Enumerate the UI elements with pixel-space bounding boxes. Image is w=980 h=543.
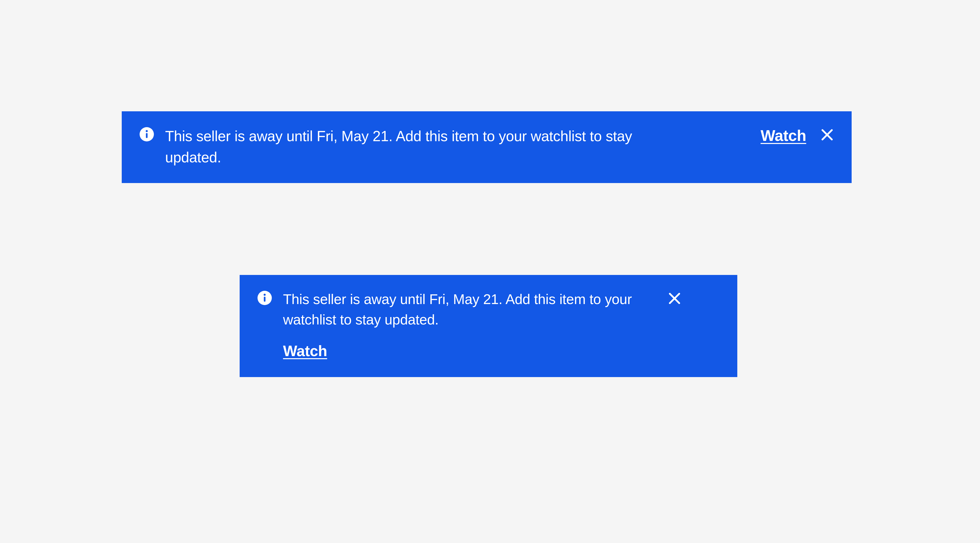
watch-link[interactable]: Watch <box>760 127 806 145</box>
close-icon <box>668 292 681 305</box>
notification-message: This seller is away until Fri, May 21. A… <box>165 126 648 168</box>
notification-message: This seller is away until Fri, May 21. A… <box>283 289 666 330</box>
svg-rect-1 <box>146 133 148 138</box>
info-icon <box>140 127 154 142</box>
notification-banner-wide: This seller is away until Fri, May 21. A… <box>122 111 852 183</box>
info-icon <box>258 291 272 305</box>
svg-point-2 <box>146 130 148 132</box>
close-button[interactable] <box>668 292 681 305</box>
notification-row: This seller is away until Fri, May 21. A… <box>258 289 719 330</box>
watch-link[interactable]: Watch <box>283 342 327 360</box>
svg-point-7 <box>264 294 266 296</box>
close-button[interactable] <box>821 128 834 142</box>
close-icon <box>821 128 834 142</box>
notification-banner-narrow: This seller is away until Fri, May 21. A… <box>240 275 737 377</box>
svg-rect-6 <box>264 297 266 301</box>
canvas: This seller is away until Fri, May 21. A… <box>0 0 980 543</box>
